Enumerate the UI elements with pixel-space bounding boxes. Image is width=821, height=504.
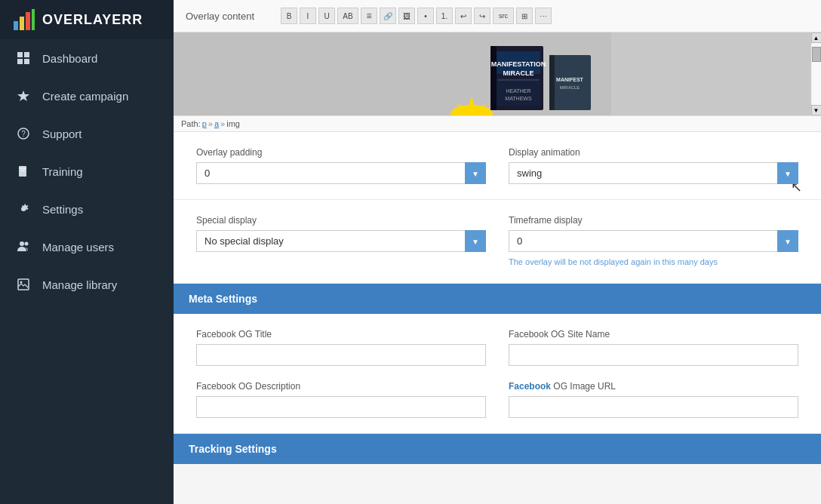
svg-text:MIRACLE: MIRACLE [560,85,580,90]
path-p[interactable]: p [202,119,207,128]
sidebar-item-create-campaign[interactable]: Create campaign [0,77,174,115]
scroll-down-arrow[interactable]: ▼ [811,105,822,115]
svg-text:MATHEWS: MATHEWS [505,96,532,101]
svg-rect-0 [14,21,18,30]
manage-library-label: Manage library [42,278,117,291]
svg-marker-8 [17,91,29,101]
tracking-settings-header: Tracking Settings [174,434,821,464]
fb-og-image-url-group: Facebook OG Image URL [509,381,798,418]
toolbar-btn-more[interactable]: ⋯ [535,8,552,24]
sidebar-item-manage-users[interactable]: Manage users [0,228,174,266]
toolbar-btn-1[interactable]: B [281,8,297,24]
scroll-thumb[interactable] [812,47,821,62]
fb-og-title-input[interactable] [196,344,486,366]
display-animation-select[interactable]: swing bounce fade none [509,162,798,184]
toolbar-btn-2[interactable]: I [300,8,316,24]
svg-rect-16 [18,279,29,290]
meta-row-2: Facebook OG Description Facebook OG Imag… [196,381,798,418]
fb-og-site-name-label: Facebook OG Site Name [509,329,798,340]
toolbar-btn-redo[interactable]: ↪ [474,8,490,24]
meta-section-body: Facebook OG Title Facebook OG Site Name [174,314,821,434]
book-image: MANIFESTATION MIRACLE HEATHER MATHEWS MA… [174,32,611,115]
display-animation-label: Display animation [509,147,798,158]
overlay-padding-label: Overlay padding [196,147,486,158]
sidebar-item-training[interactable]: Training [0,152,174,190]
fb-og-site-name-group: Facebook OG Site Name [509,329,798,366]
settings-label: Settings [42,203,83,216]
overlay-padding-select-wrapper: 0 5 10 15 20 [196,162,486,184]
fb-og-image-url-input[interactable] [509,396,798,418]
fb-og-description-input[interactable] [196,396,486,418]
svg-text:?: ? [21,130,26,138]
fb-og-image-url-label: Facebook OG Image URL [509,381,798,392]
svg-rect-1 [20,17,24,30]
fb-og-title-label: Facebook OG Title [196,329,486,340]
sidebar-item-manage-library[interactable]: Manage library [0,266,174,303]
special-timeframe-section: Special display No special display Alway… [174,200,821,284]
sidebar-item-settings[interactable]: Settings [0,190,174,228]
toolbar-btn-3[interactable]: U [318,8,335,24]
svg-rect-11 [19,166,26,177]
dashboard-label: Dashboard [42,52,97,65]
svg-text:HEATHER: HEATHER [506,88,531,94]
overlay-padding-select[interactable]: 0 5 10 15 20 [196,162,486,184]
timeframe-hint: The overlay will be not displayed again … [509,257,798,268]
path-prefix: Path: [181,119,201,128]
fb-og-description-group: Facebook OG Description [196,381,486,418]
svg-point-15 [25,242,29,246]
special-display-select-wrapper: No special display Always show Once per … [196,230,486,252]
timeframe-display-select[interactable]: 0 1 3 7 14 30 [509,230,798,252]
fb-og-site-name-input[interactable] [509,344,798,366]
svg-rect-6 [17,59,23,64]
toolbar-btn-num[interactable]: 1. [436,8,453,24]
tracking-settings-section: Tracking Settings [174,434,821,464]
toolbar-btn-image[interactable]: 🖼 [398,8,415,24]
toolbar-btn-undo[interactable]: ↩ [455,8,472,24]
content-wrapper: Overlay content B I U AB ≡ 🔗 🖼 • 1. ↩ ↪ … [174,0,821,464]
svg-rect-3 [32,9,35,30]
sidebar-item-dashboard[interactable]: Dashboard [0,39,174,77]
special-display-select[interactable]: No special display Always show Once per … [196,230,486,252]
svg-point-17 [20,281,23,284]
svg-rect-4 [17,52,23,57]
toolbar-btn-src[interactable]: src [493,8,514,24]
toolbar-btn-4[interactable]: AB [337,8,358,24]
meta-settings-header: Meta Settings [174,284,821,314]
padding-animation-section: Overlay padding 0 5 10 15 20 Display ani… [174,132,821,200]
overlay-content-label: Overlay content [186,11,269,22]
image-scrollbar[interactable]: ▲ ▼ [810,32,821,115]
toolbar-btn-link[interactable]: 🔗 [380,8,396,24]
fb-og-description-label: Facebook OG Description [196,381,486,392]
svg-rect-31 [549,55,555,110]
scroll-up-arrow[interactable]: ▲ [811,32,822,43]
overlay-padding-group: Overlay padding 0 5 10 15 20 [196,147,486,184]
question-icon: ? [15,125,32,142]
support-label: Support [42,128,82,140]
image-preview: MANIFESTATION MIRACLE HEATHER MATHEWS MA… [174,32,821,115]
logo: OVERLAYERR [0,0,174,39]
fb-og-title-group: Facebook OG Title [196,329,486,366]
svg-rect-22 [490,46,497,110]
meta-settings-section: Meta Settings Facebook OG Title Facebook… [174,284,821,434]
path-img: img [226,119,240,128]
users-icon [15,238,32,255]
display-animation-group: Display animation swing bounce fade none… [509,147,798,184]
path-a[interactable]: a [214,119,219,128]
svg-rect-7 [24,59,29,64]
special-display-label: Special display [196,215,486,226]
path-sep-2: » [220,119,225,128]
svg-rect-2 [26,12,30,30]
gear-icon [15,201,32,217]
svg-rect-5 [24,52,29,57]
toolbar-btn-bullet[interactable]: • [417,8,434,24]
scroll-track[interactable] [812,43,821,105]
sidebar-item-support[interactable]: ? Support [0,115,174,152]
main-content: Overlay content B I U AB ≡ 🔗 🖼 • 1. ↩ ↪ … [174,0,821,504]
special-timeframe-row: Special display No special display Alway… [196,215,798,268]
book-icon [15,163,32,180]
svg-rect-18 [174,32,611,115]
toolbar-btn-table[interactable]: ⊞ [516,8,533,24]
toolbar-btn-5[interactable]: ≡ [361,8,377,24]
create-campaign-label: Create campaign [42,90,128,103]
image-icon [15,276,32,293]
